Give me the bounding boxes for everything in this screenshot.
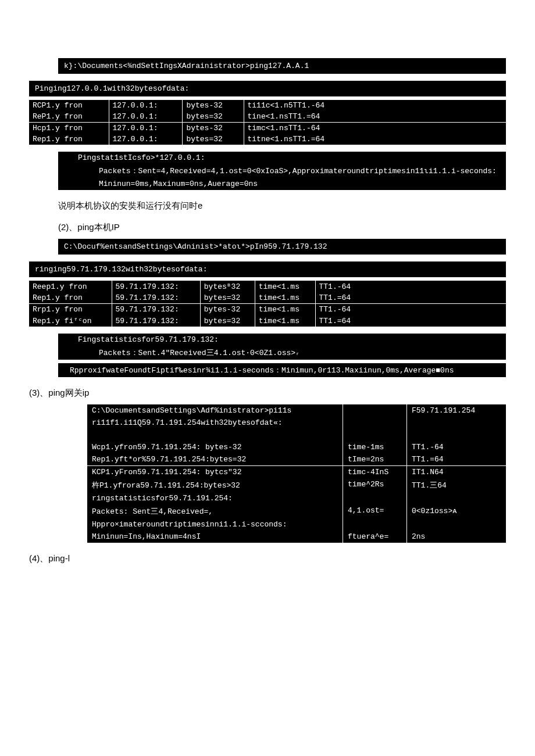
reply-table: Reep1.y fron59.71.179.132:bytesᴮ32time<1… [29,281,506,327]
table-row: Wcp1.yfron59.71.191.254: bytes-32time-1m… [87,441,506,453]
table-row: ReP1.y fron127.0.0.1:bytes=32tine<1.nsTT… [29,111,506,123]
terminal-block-2: C:\Docuf%entsandSettings\Adninist>*atoι*… [58,239,506,255]
terminal-block-3: C:\DocumentsandSettings\Adf%inistrator>p… [87,404,506,543]
table-row: Rep1.y fron59.71.179.132:bytes=32time<1.… [29,292,506,304]
reply-table: RCP1.y fron127.0.0.1:bytes-32ti11c<1.n5T… [29,100,506,145]
cmd-line: C:\Docuf%entsandSettings\Adninist>*atoι*… [58,239,506,255]
terminal-block-2-header: ringing59.71.179.132with32bytesofdata: [29,261,506,277]
table-row: Rep1.y fiᶠᶜon59.71.179.132:bytes=32time<… [29,315,506,327]
stat-line: Pingstat1stIcsfo>*127.0.0.1: [58,152,506,164]
stat-val: 4,1.ost= [343,504,407,518]
stat-val: 0<0z1oss>ᴀ [407,504,506,518]
table-row: Rrp1.y fron59.71.179.132:bytes-32time<1.… [29,304,506,316]
terminal-block-1-replies: RCP1.y fron127.0.0.1:bytes-32ti11c<1.n5T… [29,100,506,145]
cmd-line: k}:\Documents<¾ndSettIngsXAdrainistrator… [58,58,506,74]
terminal-block-1: k}:\Documents<¾ndSettIngsXAdrainistrator… [58,58,506,74]
table-row: 杵P1.yfrora59.71.191.254:bytes>32time^2Rs… [87,478,506,492]
stat-val: 2ns [407,531,506,543]
stat-line: Packets：Sent.4"Received三4.1.ost·0<0Z1.os… [58,346,506,360]
stat-line: Fingstatisticsfor59.71.179.132: [58,334,506,346]
cmd-row: C:\DocumentsandSettings\Adf%inistrator>p… [87,404,506,417]
ping-header: ringing59.71.179.132with32bytesofdata: [29,261,506,277]
stat-line: Hppro×imateroundtriptimesinni1.1.i-sccon… [87,518,343,531]
table-row: RCP1.y fron127.0.0.1:bytes-32ti11c<1.n5T… [29,100,506,111]
stat-line: Mininun=0ms,Maxinum=0ns,Auerage=0ns [58,178,506,190]
terminal-block-2-stats2: RpproxifwateFoundtFiptif‰esinr¾i1.1.i-se… [58,363,506,377]
stat-val: ftuera^e= [343,531,407,543]
stat-line: Packets：Sent=4,Received=4,1.ost=0<0xIoaS… [58,164,506,178]
table-row: KCP1.yFron59.71.191.254: bytcs"32timc-4I… [87,465,506,478]
ping-header: ri11f1.i11Q59.71.191.254with32bytesofdat… [87,417,343,429]
stat-line: ringstatisticsfor59.71.191.254: [87,492,343,504]
terminal-block-2-replies: Reep1.y fron59.71.179.132:bytesᴮ32time<1… [29,281,506,327]
table-row: Rep1.yft*or%59.71.191.254:bytes=32tIme=2… [87,453,506,465]
section-heading-4: (4)、ping-l [29,553,506,564]
section-heading-3: (3)、ping网关ip [29,388,506,399]
table-row: Reep1.y fron59.71.179.132:bytesᴮ32time<1… [29,281,506,292]
section-heading-2: (2)、ping本机IP [58,222,506,233]
caption-1: 说明本机协议的安奘和运行没有问时e [58,200,506,212]
table-row: Hcp1.y fron127.0.0.1:bytes-32timc<1.nsTT… [29,123,506,134]
cmd-arg: F59.71.191.254 [407,404,506,417]
terminal-block-2-stats: Fingstatisticsfor59.71.179.132: Packets：… [58,334,506,360]
ping-header: Pinging127.0.0.1with32bytesofdata: [29,81,506,96]
terminal-block-1-stats: Pingstat1stIcsfo>*127.0.0.1: Packets：Sen… [58,152,506,190]
stat-line: Packets: Sent三4,Received=, [87,504,343,518]
terminal-block-1-header: Pinging127.0.0.1with32bytesofdata: [29,81,506,96]
stat-line: Mininun=Ins,Haxinum=4nsI [87,531,343,543]
table-row: Rep1.y fron127.0.0.1:bytes=32titne<1.nsT… [29,134,506,145]
cmd-line: C:\DocumentsandSettings\Adf%inistrator>p… [87,404,343,417]
stat-line: RpproxifwateFoundtFiptif‰esinr¾i1.1.i-se… [58,363,506,377]
